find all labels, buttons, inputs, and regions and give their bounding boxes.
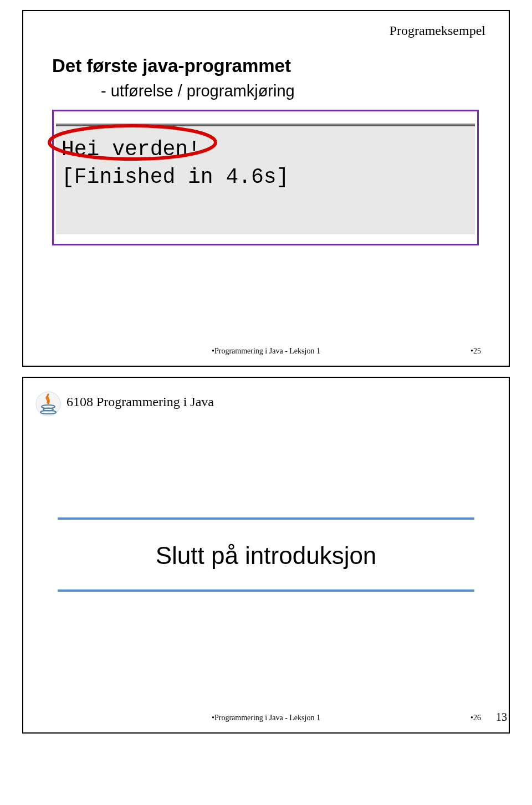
slide-2: 6108 Programmering i Java Slutt på intro… <box>22 377 510 734</box>
console-topbar <box>56 125 475 126</box>
console-line-2: [Finished in 4.6s] <box>62 165 289 189</box>
slide1-footer-center: •Programmering i Java - Leksjon 1 <box>23 347 509 356</box>
slide2-course: 6108 Programmering i Java <box>66 394 214 409</box>
page-number: 13 <box>496 711 507 724</box>
divider-bottom <box>58 589 474 592</box>
slide1-subtitle: - utførelse / programkjøring <box>101 82 295 100</box>
slide2-footer-center: •Programmering i Java - Leksjon 1 <box>23 714 509 722</box>
console-line-1: Hei verden! <box>62 137 201 161</box>
slide1-footer-right: •25 <box>470 347 481 356</box>
slide-1: Programeksempel Det første java-programm… <box>22 10 510 367</box>
java-logo-icon <box>35 391 61 417</box>
slide1-title: Det første java-programmet <box>52 55 291 76</box>
console-output-box: Hei verden! [Finished in 4.6s] <box>52 110 479 245</box>
slide2-title: Slutt på introduksjon <box>23 542 509 570</box>
slide2-footer-right: •26 <box>470 714 481 722</box>
document-page: Programeksempel Det første java-programm… <box>0 10 532 734</box>
divider-top <box>58 517 474 520</box>
slide1-tag: Programeksempel <box>390 23 485 38</box>
console-inner: Hei verden! [Finished in 4.6s] <box>56 124 475 234</box>
